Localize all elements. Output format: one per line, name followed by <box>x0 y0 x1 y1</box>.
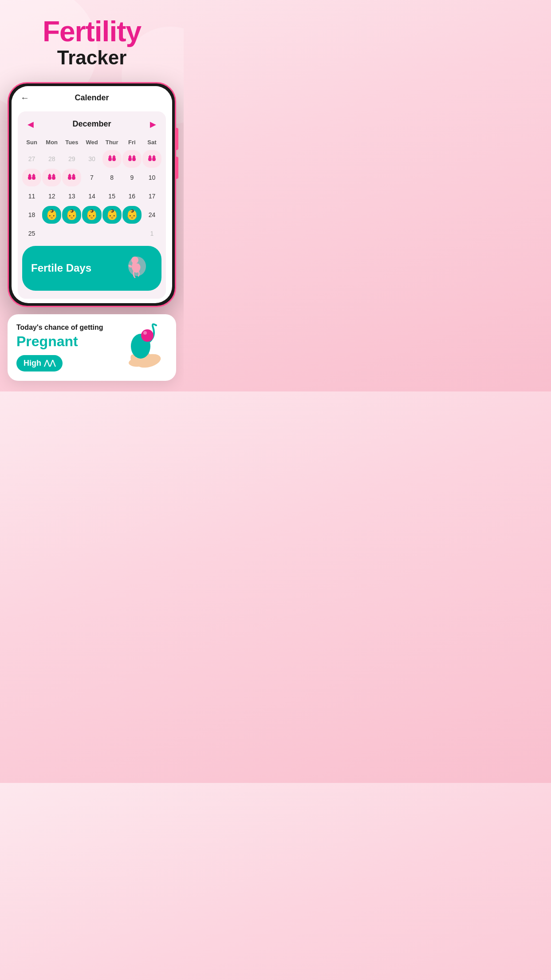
day-25[interactable]: 25 <box>22 225 41 242</box>
drop <box>128 157 132 161</box>
info-card-subtitle: Today's chance of getting <box>16 324 118 332</box>
week-row-4: 18 👶 👶 👶 👶 👶 24 <box>22 206 161 224</box>
day-header-thur: Thur <box>102 137 122 149</box>
day-period-3[interactable] <box>142 150 161 168</box>
drop <box>32 175 35 180</box>
baby-icon-5: 👶 <box>126 209 138 221</box>
day-headers-row: Sun Mon Tues Wed Thur Fri Sat <box>22 137 161 149</box>
drop <box>112 157 116 161</box>
day-15[interactable]: 15 <box>102 187 122 205</box>
day-30[interactable]: 30 <box>82 150 101 168</box>
day-30b[interactable] <box>122 225 142 242</box>
day-8[interactable]: 8 <box>102 169 122 186</box>
back-button[interactable]: ← <box>20 93 29 103</box>
baby-icon-4: 👶 <box>106 209 118 221</box>
drop <box>152 157 156 161</box>
drop <box>48 175 51 180</box>
drop <box>28 175 31 180</box>
svg-point-1 <box>131 257 138 264</box>
calendar-month: December <box>72 119 111 129</box>
pregnancy-svg <box>118 323 167 372</box>
info-card-title: Pregnant <box>16 333 118 350</box>
app-header: Fertility Tracker <box>0 0 184 78</box>
day-14[interactable]: 14 <box>82 187 101 205</box>
baby-icon-2: 👶 <box>66 209 78 221</box>
blood-drops-6 <box>68 175 75 180</box>
title-fertility: Fertility <box>9 16 175 47</box>
day-header-sun: Sun <box>22 137 41 149</box>
svg-point-10 <box>143 331 147 335</box>
drop <box>108 157 112 161</box>
day-13[interactable]: 13 <box>62 187 81 205</box>
drop <box>52 175 55 180</box>
prev-month-button[interactable]: ◀ <box>24 118 37 131</box>
day-period-4[interactable] <box>22 169 41 186</box>
week-row-2: 7 8 9 10 <box>22 169 161 186</box>
day-12[interactable]: 12 <box>42 187 61 205</box>
drop <box>148 157 152 161</box>
info-card: Today's chance of getting Pregnant High … <box>8 314 176 381</box>
day-period-6[interactable] <box>62 169 81 186</box>
day-16[interactable]: 16 <box>122 187 142 205</box>
blood-drops-3 <box>148 157 156 161</box>
fertile-days-label: Fertile Days <box>31 262 91 274</box>
phone-frame: ← Calender ◀ December ▶ Sun Mon Tues Wed… <box>8 82 176 307</box>
week-row-3: 11 12 13 14 15 16 17 <box>22 187 161 205</box>
day-17[interactable]: 17 <box>142 187 161 205</box>
day-10[interactable]: 10 <box>142 169 161 186</box>
blood-drops-4 <box>28 175 35 180</box>
blood-drops-5 <box>48 175 55 180</box>
phone-topbar: ← Calender <box>12 86 172 107</box>
fertile-day-20[interactable]: 👶 <box>62 206 81 224</box>
fertile-day-21[interactable]: 👶 <box>82 206 101 224</box>
fertile-day-22[interactable]: 👶 <box>102 206 122 224</box>
day-header-mon: Mon <box>42 137 61 149</box>
fertile-day-23[interactable]: 👶 <box>122 206 142 224</box>
info-card-left: Today's chance of getting Pregnant High … <box>16 324 118 371</box>
baby-icon-3: 👶 <box>86 209 98 221</box>
svg-point-9 <box>141 329 153 342</box>
day-27[interactable]: 27 <box>22 150 41 168</box>
next-month-button[interactable]: ▶ <box>146 118 160 131</box>
fertile-day-19[interactable]: 👶 <box>42 206 61 224</box>
day-header-tues: Tues <box>62 137 81 149</box>
day-24[interactable]: 24 <box>142 206 161 224</box>
day-period-5[interactable] <box>42 169 61 186</box>
blood-drops-2 <box>128 157 136 161</box>
day-18[interactable]: 18 <box>22 206 41 224</box>
title-tracker: Tracker <box>9 47 175 68</box>
screen-title: Calender <box>75 93 109 103</box>
baby-icon-1: 👶 <box>46 209 58 221</box>
chevron-up-icon: ⋀⋀ <box>44 360 55 367</box>
fetus-icon <box>122 253 153 284</box>
day-28b[interactable] <box>82 225 101 242</box>
week-row-5: 25 1 <box>22 225 161 242</box>
day-period-2[interactable] <box>122 150 142 168</box>
drop <box>72 175 75 180</box>
phone-inner: ← Calender ◀ December ▶ Sun Mon Tues Wed… <box>12 86 172 303</box>
day-26b[interactable] <box>42 225 61 242</box>
day-28[interactable]: 28 <box>42 150 61 168</box>
day-header-sat: Sat <box>142 137 161 149</box>
pregnancy-illustration <box>118 323 167 372</box>
day-9[interactable]: 9 <box>122 169 142 186</box>
day-header-fri: Fri <box>122 137 142 149</box>
fetus-svg <box>122 253 153 280</box>
blood-drops-1 <box>108 157 116 161</box>
day-header-wed: Wed <box>82 137 101 149</box>
week-row-1: 27 28 29 30 <box>22 150 161 168</box>
high-badge[interactable]: High ⋀⋀ <box>16 355 63 371</box>
day-29[interactable]: 29 <box>62 150 81 168</box>
day-11[interactable]: 11 <box>22 187 41 205</box>
calendar-nav: ◀ December ▶ <box>22 118 161 131</box>
day-1-next[interactable]: 1 <box>142 225 161 242</box>
day-27b[interactable] <box>62 225 81 242</box>
fertile-days-banner: Fertile Days <box>22 246 161 291</box>
drop <box>132 157 136 161</box>
badge-label: High <box>24 359 41 368</box>
calendar-container: ◀ December ▶ Sun Mon Tues Wed Thur Fri S… <box>18 111 166 299</box>
day-7[interactable]: 7 <box>82 169 101 186</box>
day-period-1[interactable] <box>102 150 122 168</box>
drop <box>68 175 71 180</box>
day-29b[interactable] <box>102 225 122 242</box>
